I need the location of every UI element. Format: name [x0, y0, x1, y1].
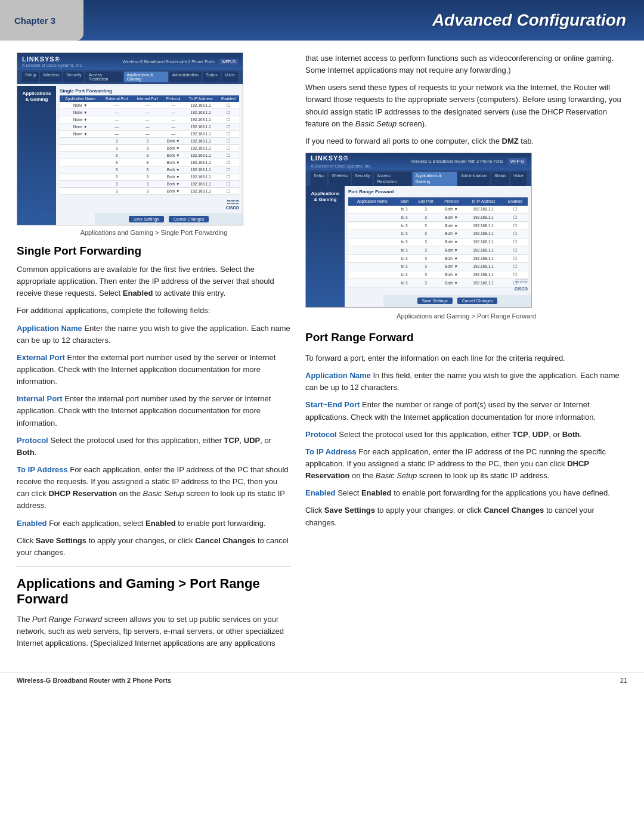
- th-extport: External Port: [101, 95, 132, 102]
- table-row: None ▼———192.168.1.1☐: [60, 109, 239, 116]
- section1-para1: Common applications are available for th…: [17, 264, 291, 299]
- rs-nav-security[interactable]: Security: [63, 72, 84, 82]
- field-appname: Application Name Enter the name you wish…: [17, 323, 291, 346]
- rs-nav2-apps[interactable]: Applications & Gaming: [413, 172, 457, 187]
- table-row: 33Both ▼192.168.1.1☐: [60, 166, 239, 174]
- table-row: 33Both ▼192.168.1.1☐: [60, 159, 239, 166]
- table-row: to 33Both ▼192.168.1.1☐: [348, 271, 528, 279]
- rs-nav2-voice[interactable]: Voice: [510, 172, 527, 187]
- save-note-left: Click Save Settings to apply your change…: [17, 535, 291, 559]
- caption-single-port: Applications and Gaming > Single Port Fo…: [17, 229, 291, 236]
- content-area: LINKSYS® A Division of Cisco Systems, In…: [0, 41, 644, 667]
- table-row: 33Both ▼192.168.1.1☐: [60, 181, 239, 188]
- screenshot-single-port: LINKSYS® A Division of Cisco Systems, In…: [17, 52, 243, 225]
- th2-proto: Protocol: [439, 197, 464, 206]
- section-heading-portrange-right: Port Range Forward: [305, 329, 627, 346]
- field-r-startend: Start~End Port Enter the number or range…: [305, 399, 627, 423]
- screenshot-port-range: LINKSYS® A Division of Cisco Systems, In…: [305, 153, 532, 308]
- th2-start: Start: [396, 197, 413, 206]
- rs-cancel-btn-1[interactable]: Cancel Changes: [169, 216, 209, 222]
- table-row: 33Both ▼192.168.1.1☐: [60, 152, 239, 159]
- rs-nav-apps[interactable]: Applications & Gaming: [124, 72, 168, 82]
- table-row: to 33Both ▼192.168.1.1☐: [348, 279, 528, 287]
- field-r-enabled: Enabled Select Enabled to enable port fo…: [305, 487, 627, 499]
- table-row: to 33Both ▼192.168.1.1☐: [348, 255, 528, 263]
- table-row: to 33Both ▼192.168.1.1☐: [348, 213, 528, 222]
- table-row: to 33Both ▼192.168.1.1☐: [348, 230, 528, 238]
- field-r-appname: Application Name In this field, enter th…: [305, 370, 627, 394]
- table-row: 33Both ▼192.168.1.1☐: [60, 145, 239, 152]
- rs-main-2: Port Range Forward Application Name Star…: [345, 186, 531, 307]
- table-row: 33Both ▼192.168.1.1☐: [60, 188, 239, 195]
- th2-toip: To IP Address: [464, 197, 503, 206]
- th2-appname: Application Name: [348, 197, 396, 206]
- section2-intro: The Port Range Forward screen allows you…: [17, 614, 291, 649]
- right-intro-2: When users send these types of requests …: [305, 82, 627, 130]
- rs-nav-voice[interactable]: Voice: [222, 72, 238, 82]
- rs-nav-access[interactable]: Access Restriction: [85, 72, 122, 82]
- rs-bottom-bar-1: Save Settings Cancel Changes: [95, 213, 243, 225]
- save-note-right: Click Save Settings to apply your change…: [305, 504, 627, 528]
- rs-save-btn-1[interactable]: Save Settings: [129, 216, 164, 222]
- rs-nav2-wireless[interactable]: Wireless: [329, 172, 351, 187]
- table-row: None ▼———192.168.1.1☐: [60, 131, 239, 138]
- table-row: 33Both ▼192.168.1.1☐: [60, 174, 239, 181]
- right-intro-1: that use Internet access to perform func…: [305, 52, 627, 76]
- rs-product-2: Wireless G Broadband Router with 2 Phone…: [411, 159, 503, 165]
- table-row: None ▼———192.168.1.1☐: [60, 102, 239, 109]
- rs-subtitle-1: A Division of Cisco Systems, Inc.: [22, 63, 83, 67]
- th-enabled: Enabled: [218, 95, 239, 102]
- footer: Wireless-G Broadband Router with 2 Phone…: [0, 673, 644, 688]
- table-row: to 33Both ▼192.168.1.1☐: [348, 206, 528, 213]
- field-protocol: Protocol Select the protocol used for th…: [17, 435, 291, 459]
- rs-logo-2: LINKSYS®: [311, 153, 371, 163]
- rs-nav-setup[interactable]: Setup: [22, 72, 39, 82]
- rs-main-1: Single Port Forwarding Application Name …: [56, 86, 243, 225]
- rs-table-2: Application Name Start End Port Protocol…: [348, 197, 528, 287]
- right-column: that use Internet access to perform func…: [305, 52, 627, 655]
- rs-nav2-security[interactable]: Security: [352, 172, 373, 187]
- rs-product-1: Wireless G Broadband Router with 2 Phone…: [123, 60, 215, 64]
- rs-subtitle-2: A Division of Cisco Systems, Inc.: [311, 163, 371, 170]
- rs-nav2-setup[interactable]: Setup: [311, 172, 327, 187]
- page-header: Chapter 3 Advanced Configuration: [0, 0, 644, 41]
- chapter-label: Chapter 3: [0, 0, 83, 41]
- rs-cisco-logo-1: ☰☰☰CISCO: [226, 200, 239, 210]
- th2-end: End Port: [413, 197, 439, 206]
- rs-nav-status[interactable]: Status: [203, 72, 221, 82]
- table-row: 33Both ▼192.168.1.1☐: [60, 138, 239, 145]
- field-toip-left: To IP Address For each application, ente…: [17, 464, 291, 512]
- rs-top-bar-2: LINKSYS® A Division of Cisco Systems, In…: [306, 153, 531, 170]
- field-intport: Internal Port Enter the internal port nu…: [17, 393, 291, 429]
- th2-enabled: Enabled: [503, 197, 528, 206]
- rs-nav2-access[interactable]: Access Restriction: [374, 172, 411, 187]
- divider: [17, 566, 291, 566]
- rs-nav-bar-1: Setup Wireless Security Access Restricti…: [17, 70, 243, 84]
- rs-nav2-status[interactable]: Status: [491, 172, 509, 187]
- section1-para2: For additional applications, complete th…: [17, 305, 291, 317]
- rs-table-1: Application Name External Port Internal …: [60, 95, 239, 195]
- rs-cancel-btn-2[interactable]: Cancel Changes: [457, 298, 498, 304]
- table-row: None ▼———192.168.1.1☐: [60, 116, 239, 123]
- rs-nav2-admin[interactable]: Administration: [458, 172, 490, 187]
- section-heading-portrange: Applications and Gaming > Port Range For…: [17, 576, 291, 608]
- table-row: to 33Both ▼192.168.1.1☐: [348, 238, 528, 246]
- rs-section-title-1: Single Port Forwarding: [60, 88, 239, 94]
- left-column: LINKSYS® A Division of Cisco Systems, In…: [17, 52, 291, 655]
- page-title: Advanced Configuration: [432, 0, 644, 41]
- th-toip: To IP Address: [184, 95, 218, 102]
- field-enabled-left: Enabled For each application, select Ena…: [17, 518, 291, 529]
- portrange-intro: To forward a port, enter the information…: [305, 352, 627, 364]
- rs-nav-wireless[interactable]: Wireless: [40, 72, 62, 82]
- caption-port-range: Applications and Gaming > Port Range For…: [305, 311, 627, 321]
- table-row: None ▼———192.168.1.1☐: [60, 123, 239, 131]
- rs-cisco-logo-2: ☰☰☰CISCO: [515, 278, 528, 293]
- section-heading-single: Single Port Forwarding: [17, 244, 291, 258]
- th-intport: Internal Port: [132, 95, 162, 102]
- field-extport: External Port Enter the external port nu…: [17, 352, 291, 388]
- rs-save-btn-2[interactable]: Save Settings: [417, 298, 453, 304]
- rs-wfp-1: WFP-G: [219, 59, 238, 64]
- rs-nav-admin[interactable]: Administration: [169, 72, 202, 82]
- footer-page: 21: [620, 677, 627, 684]
- rs-bottom-bar-2: Save Settings Cancel Changes: [383, 295, 531, 307]
